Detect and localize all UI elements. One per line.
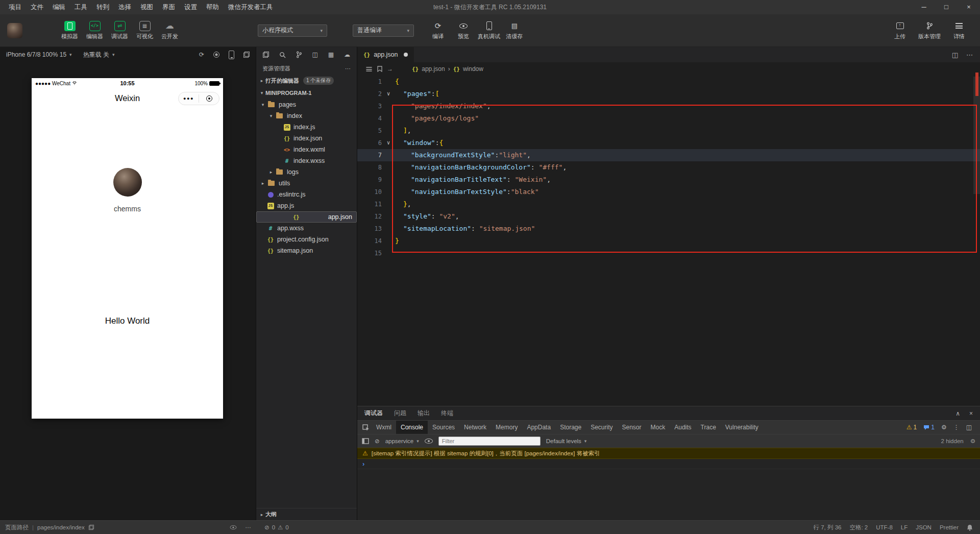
capsule-more-button[interactable]: ●●●: [179, 96, 199, 101]
more-actions-icon[interactable]: ⋯: [966, 51, 973, 59]
code-line[interactable]: 5],: [357, 125, 980, 137]
tree-item-eslintrc[interactable]: .eslintrc.js: [256, 189, 357, 200]
minimize-button[interactable]: ─: [913, 0, 935, 14]
code-line[interactable]: 13"sitemapLocation": "sitemap.json": [357, 223, 980, 235]
unsaved-dot-icon[interactable]: [404, 53, 408, 57]
files-icon[interactable]: [263, 52, 269, 58]
menu-go[interactable]: 转到: [92, 0, 114, 14]
more-icon[interactable]: ⋯: [246, 524, 252, 531]
tab-output[interactable]: 输出: [418, 409, 430, 418]
menu-help[interactable]: 帮助: [202, 0, 224, 14]
console-output-area[interactable]: [357, 469, 980, 520]
devtools-tab-storage[interactable]: Storage: [555, 421, 586, 434]
code-line[interactable]: 8"navigationBarBackgroundColor": "#fff",: [357, 161, 980, 174]
menu-wechat-devtools[interactable]: 微信开发者工具: [224, 0, 278, 14]
split-layout-icon[interactable]: ◫: [312, 51, 318, 58]
code-line[interactable]: 6"window":{: [357, 137, 980, 149]
console-warning-row[interactable]: ⚠ [sitemap 索引情况提示] 根据 sitemap 的规则[0]，当前页…: [357, 448, 980, 459]
tree-item-project-config[interactable]: {}project.config.json: [256, 234, 357, 245]
language-mode[interactable]: JSON: [916, 524, 932, 530]
hidden-messages-label[interactable]: 2 hidden: [941, 438, 964, 444]
indent-info[interactable]: 空格: 2: [849, 524, 868, 531]
fold-icon[interactable]: [382, 137, 395, 149]
tree-item-index[interactable]: index: [256, 110, 357, 122]
collapse-panel-icon[interactable]: ∧: [955, 410, 960, 417]
tree-item-sitemap-json[interactable]: {}sitemap.json: [256, 245, 357, 256]
log-levels-select[interactable]: Default levels ▾: [546, 438, 587, 444]
devtools-tab-trace[interactable]: Trace: [696, 421, 721, 434]
devtools-tab-network[interactable]: Network: [459, 421, 491, 434]
tab-terminal[interactable]: 终端: [441, 409, 453, 418]
details-button[interactable]: 详情: [946, 21, 972, 40]
tree-item-index-js[interactable]: JSindex.js: [256, 122, 357, 133]
devtools-tab-sources[interactable]: Sources: [428, 421, 459, 434]
search-icon[interactable]: [279, 52, 286, 58]
code-line[interactable]: 11},: [357, 198, 980, 210]
tree-item-app-json[interactable]: {}app.json: [256, 211, 357, 223]
rotate-icon[interactable]: ⟳: [199, 51, 204, 58]
code-line[interactable]: 4"pages/logs/logs": [357, 112, 980, 125]
record-icon[interactable]: [213, 52, 219, 58]
code-line-current[interactable]: 7"backgroundTextStyle":"light",: [357, 149, 980, 161]
console-settings-gear-icon[interactable]: ⚙: [970, 438, 975, 445]
eol-type[interactable]: LF: [901, 524, 908, 530]
eye-icon[interactable]: [230, 525, 236, 529]
fold-icon[interactable]: [382, 88, 395, 100]
devtools-tab-sensor[interactable]: Sensor: [618, 421, 646, 434]
tree-item-index-wxml[interactable]: <>index.wxml: [256, 144, 357, 155]
open-editors-section[interactable]: ▸ 打开的编辑器 1 个未保存: [256, 75, 357, 87]
code-line[interactable]: 1{: [357, 76, 980, 88]
devtools-tab-wxml[interactable]: Wxml: [372, 421, 396, 434]
close-panel-icon[interactable]: ×: [969, 410, 973, 417]
tree-item-pages[interactable]: pages: [256, 99, 357, 110]
code-area[interactable]: 1{ 2"pages":[ 3"pages/index/index", 4"pa…: [357, 76, 980, 406]
menu-view[interactable]: 视图: [136, 0, 158, 14]
outline-section[interactable]: ▸ 大纲: [256, 508, 357, 520]
user-avatar[interactable]: [7, 23, 22, 38]
code-line[interactable]: 3"pages/index/index",: [357, 100, 980, 112]
devtools-tab-mock[interactable]: Mock: [646, 421, 670, 434]
tab-app-json[interactable]: {} app.json: [357, 47, 414, 62]
live-expression-eye-icon[interactable]: [425, 439, 433, 444]
device-select[interactable]: iPhone 6/7/8 100% 15 ▾: [6, 51, 72, 58]
problems-status[interactable]: ⊘ 0 ⚠ 0: [264, 524, 289, 531]
remote-debug-button[interactable]: 真机调试: [476, 21, 502, 40]
user-avatar-image[interactable]: [113, 168, 142, 197]
code-line[interactable]: 15: [357, 247, 980, 259]
grid-icon[interactable]: ▦: [328, 51, 334, 58]
forward-arrow-icon[interactable]: →: [387, 65, 393, 72]
split-editor-icon[interactable]: ◫: [952, 51, 958, 59]
multi-window-icon[interactable]: [243, 52, 250, 58]
context-select[interactable]: appservice ▾: [385, 438, 419, 444]
code-line[interactable]: 12"style": "v2",: [357, 210, 980, 223]
settings-gear-icon[interactable]: ⚙: [941, 424, 947, 431]
editor-toggle[interactable]: 编辑器: [82, 21, 107, 40]
outline-list-icon[interactable]: [366, 67, 372, 71]
cloud-dev-toggle[interactable]: 云开发: [157, 21, 182, 40]
menu-appearance[interactable]: 界面: [158, 0, 180, 14]
device-frame-icon[interactable]: [229, 51, 234, 59]
clear-cache-button[interactable]: 清缓存: [502, 21, 527, 40]
upload-button[interactable]: 上传: [887, 21, 913, 40]
console-sidebar-icon[interactable]: [362, 438, 369, 444]
devtools-tab-audits[interactable]: Audits: [670, 421, 696, 434]
capsule-home-button[interactable]: [199, 95, 219, 102]
encoding[interactable]: UTF-8: [876, 524, 893, 530]
message-count[interactable]: 1: [923, 424, 935, 431]
bookmark-icon[interactable]: [377, 66, 382, 72]
tree-item-utils[interactable]: utils: [256, 178, 357, 189]
tree-item-app-wxss[interactable]: #app.wxss: [256, 223, 357, 234]
breadcrumb[interactable]: {} app.json › {} window: [412, 65, 483, 72]
warning-count[interactable]: ⚠1: [906, 424, 917, 431]
inspect-icon[interactable]: [362, 424, 370, 431]
console-filter-input[interactable]: [438, 436, 541, 446]
menu-tools[interactable]: 工具: [70, 0, 92, 14]
copy-path-icon[interactable]: [89, 525, 94, 530]
code-line[interactable]: 14}: [357, 235, 980, 247]
compile-button[interactable]: 编译: [425, 21, 451, 40]
code-line[interactable]: 9"navigationBarTitleText": "Weixin",: [357, 174, 980, 186]
tree-item-app-js[interactable]: JSapp.js: [256, 200, 357, 211]
cloud-icon[interactable]: ☁: [344, 51, 350, 58]
menu-edit[interactable]: 编辑: [48, 0, 70, 14]
tree-item-index-wxss[interactable]: #index.wxss: [256, 155, 357, 166]
